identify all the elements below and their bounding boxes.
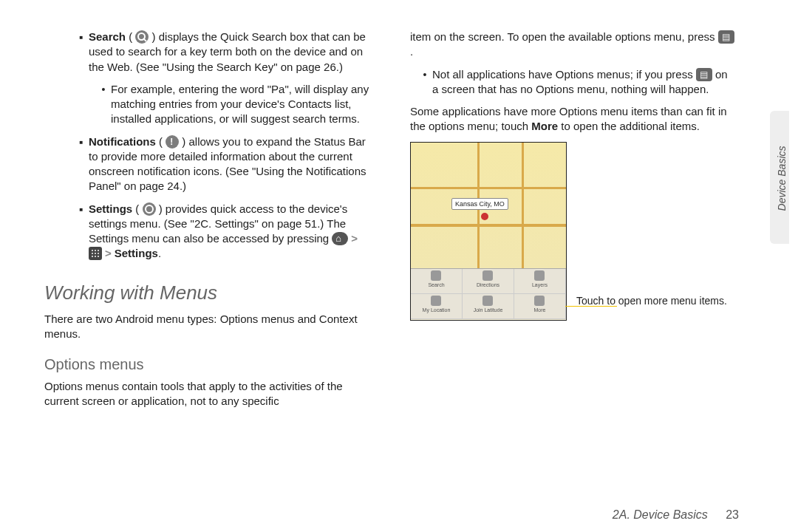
- city-label: Kansas City, MO: [451, 198, 508, 210]
- menu-mylocation[interactable]: My Location: [411, 294, 463, 319]
- layers-icon: [534, 270, 545, 281]
- menu-more[interactable]: More: [514, 294, 566, 319]
- cont1-text: item on the screen. To open the availabl…: [410, 30, 718, 43]
- search-example-item: For example, entering the word "Pa", wil…: [96, 82, 369, 127]
- search-icon: [135, 30, 149, 44]
- page-footer: 2A. Device Basics 23: [613, 507, 739, 523]
- footer-section: 2A. Device Basics: [613, 508, 708, 521]
- chevron-icon: >: [102, 246, 115, 261]
- chevron-icon: >: [348, 231, 361, 246]
- search-example: For example, entering the word "Pa", wil…: [111, 82, 369, 127]
- options-intro: Options menus contain tools that apply t…: [44, 379, 369, 409]
- section-tab: Device Basics: [770, 111, 789, 244]
- menu-latitude[interactable]: Join Latitude: [463, 294, 514, 319]
- section-tab-label: Device Basics: [775, 141, 789, 215]
- cont1-end: .: [410, 45, 413, 58]
- settings-label: Settings: [89, 202, 132, 215]
- notification-icon: [166, 135, 179, 149]
- settings-icon: [143, 202, 156, 216]
- settings-item: Settings ( ) provides quick access to th…: [74, 202, 369, 262]
- menu-search[interactable]: Search: [411, 269, 463, 294]
- menu-layers[interactable]: Layers: [514, 269, 566, 294]
- notifications-label: Notifications: [89, 135, 156, 148]
- more-icon: [534, 296, 545, 306]
- not-all-apps-item: Not all applications have Options menus;…: [417, 67, 735, 98]
- left-column: Search ( ) displays the Quick Search box…: [44, 30, 369, 417]
- search-body: ) displays the Quick Search box that can…: [89, 30, 366, 73]
- page-number: 23: [711, 508, 739, 521]
- square-bullet-icon: [74, 134, 89, 194]
- options-continuation: item on the screen. To open the availabl…: [410, 30, 735, 60]
- directions-icon: [482, 270, 493, 281]
- home-icon: [332, 232, 348, 245]
- callout-text: Touch to open more menu items.: [576, 294, 746, 308]
- settings-word: Settings: [115, 247, 158, 259]
- settings-period: .: [158, 247, 161, 259]
- search-item: Search ( ) displays the Quick Search box…: [74, 30, 369, 75]
- more-word: More: [531, 120, 558, 132]
- more-end: to open the additional items.: [558, 120, 700, 132]
- search-icon: [431, 270, 441, 281]
- options-menu-bar: Search Directions Layers My Location Joi…: [411, 268, 566, 319]
- more-paragraph: Some applications have more Options menu…: [410, 104, 735, 134]
- latitude-icon: [482, 296, 493, 306]
- square-bullet-icon: [74, 30, 89, 75]
- right-column: item on the screen. To open the availabl…: [410, 30, 735, 321]
- search-label: Search: [89, 30, 126, 43]
- dot-bullet-icon: [96, 82, 111, 127]
- bullet-text: Not all applications have Options menus;…: [432, 68, 696, 81]
- square-bullet-icon: [74, 202, 89, 262]
- menu-key-icon: [696, 68, 712, 81]
- map-area: Kansas City, MO: [411, 143, 566, 268]
- menu-directions[interactable]: Directions: [463, 269, 514, 294]
- apps-grid-icon: [89, 247, 102, 260]
- menu-key-icon: [718, 30, 734, 44]
- notifications-item: Notifications ( ) allows you to expand t…: [74, 134, 369, 194]
- section-intro: There are two Android menu types: Option…: [44, 312, 369, 342]
- map-pin-icon: [481, 213, 488, 220]
- subsection-heading: Options menus: [44, 355, 369, 375]
- section-heading: Working with Menus: [44, 280, 369, 306]
- location-icon: [431, 296, 441, 306]
- dot-bullet-icon: [417, 67, 432, 98]
- figure-wrapper: Kansas City, MO Search Directions Layers…: [410, 142, 735, 321]
- map-screenshot: Kansas City, MO Search Directions Layers…: [410, 142, 567, 321]
